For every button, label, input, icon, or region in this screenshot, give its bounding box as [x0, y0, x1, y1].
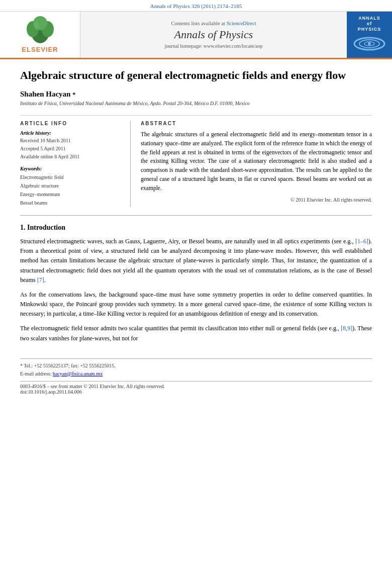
article-info-abstract-section: ARTICLE INFO Article history: Received 1… [20, 115, 372, 207]
footnote-star: * Tel.: +52 5556225137; fax: +52 5556225… [20, 362, 372, 370]
abstract-copyright: © 2011 Elsevier Inc. All rights reserved… [141, 197, 372, 203]
citation-bar: Annals of Physics 326 (2011) 2174–2185 [0, 0, 392, 12]
journal-header: ELSEVIER Contents lists available at Sci… [0, 12, 392, 59]
abstract-heading: ABSTRACT [141, 121, 372, 126]
ref-7-link[interactable]: [7] [37, 276, 44, 283]
ref-1-6-link[interactable]: [1–6] [355, 238, 368, 245]
footer-issn: 0003-4916/$ – see front matter © 2011 El… [20, 384, 372, 389]
annals-logo-text2: of [367, 21, 372, 27]
annals-logo-box: ANNALS of PHYSICS [347, 12, 392, 58]
journal-name-header: Annals of Physics [174, 28, 253, 41]
annals-wave-icon [352, 34, 387, 54]
elsevier-wordmark: ELSEVIER [22, 46, 58, 53]
section-divider [20, 215, 372, 216]
article-history-label: Article history: [20, 130, 123, 136]
elsevier-logo-box: ELSEVIER [0, 12, 80, 58]
keyword-2: Algebraic structure [20, 181, 123, 190]
available-date: Available online 8 April 2011 [20, 153, 123, 161]
author-affiliation: Instituto de Física, Universidad Naciona… [20, 101, 372, 106]
annals-logo-inner: ANNALS of PHYSICS [352, 16, 387, 54]
elsevier-tree-icon [20, 16, 60, 44]
annals-logo-text1: ANNALS [358, 16, 380, 21]
article-dates: Received 10 March 2011 Accepted 5 April … [20, 137, 123, 161]
keywords-list: Electromagnetic field Algebraic structur… [20, 173, 123, 207]
footer-doi: 0003-4916/$ – see front matter © 2011 El… [20, 381, 372, 399]
ref-8-9-link[interactable]: [8,9] [341, 325, 352, 332]
annals-logo-text3: PHYSICS [358, 27, 381, 32]
accepted-date: Accepted 5 April 2011 [20, 145, 123, 153]
keyword-3: Energy–momentum [20, 190, 123, 199]
footnote-email: E-mail address: hacyan@fisica.unam.mx [20, 370, 372, 378]
abstract-col: ABSTRACT The algebraic structures of a g… [141, 121, 372, 207]
svg-point-5 [34, 22, 39, 29]
keyword-4: Bessel beams [20, 199, 123, 207]
keywords-label: Keywords: [20, 166, 123, 171]
article-title: Algebraic structure of general electroma… [20, 68, 372, 83]
email-link[interactable]: hacyan@fisica.unam.mx [53, 371, 103, 376]
intro-para-1: Structured electromagnetic waves, such a… [20, 237, 372, 285]
footnote-area: * Tel.: +52 5556225137; fax: +52 5556225… [20, 358, 372, 378]
introduction-heading: 1. Introduction [20, 224, 372, 232]
svg-point-9 [368, 42, 371, 45]
author-star: * [72, 91, 75, 98]
author-name: Shahen Hacyan * [20, 90, 372, 99]
journal-homepage: journal homepage: www.elsevier.com/locat… [165, 43, 263, 49]
footer-doi-text: doi:10.1016/j.aop.2011.04.006 [20, 389, 372, 395]
citation-text: Annals of Physics 326 (2011) 2174–2185 [150, 3, 242, 9]
article-info-heading: ARTICLE INFO [20, 121, 123, 126]
keyword-1: Electromagnetic field [20, 173, 123, 181]
main-content: Algebraic structure of general electroma… [0, 59, 392, 353]
journal-center: Contents lists available at ScienceDirec… [80, 12, 347, 58]
article-info-col: ARTICLE INFO Article history: Received 1… [20, 121, 131, 207]
abstract-text: The algebraic structures of a general el… [141, 130, 372, 193]
received-date: Received 10 March 2011 [20, 137, 123, 145]
sciencedirect-link[interactable]: ScienceDirect [227, 21, 256, 26]
contents-available-text: Contents lists available at ScienceDirec… [171, 21, 256, 26]
intro-para-3: The electromagnetic field tensor admits … [20, 324, 372, 343]
intro-para-2: As for the conservations laws, the backg… [20, 290, 372, 319]
